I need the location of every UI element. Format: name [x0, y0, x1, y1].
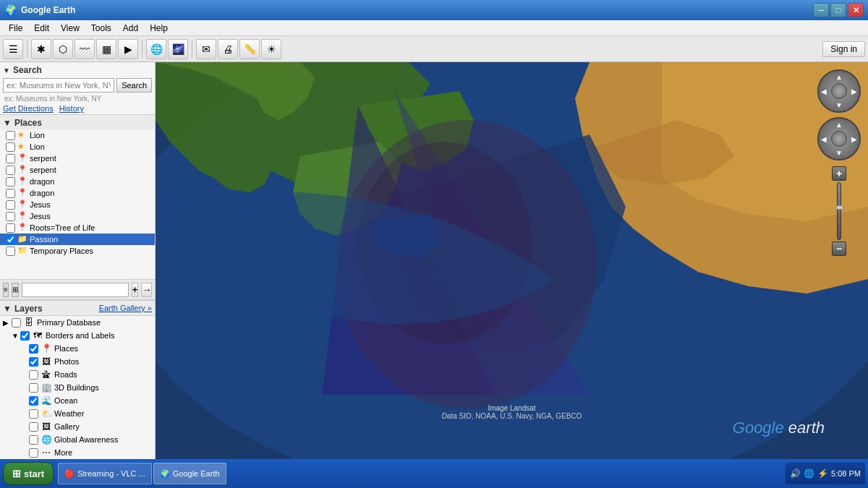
toolbar-earth-btn[interactable]: 🌐	[146, 39, 166, 59]
search-button[interactable]: Search	[116, 78, 152, 93]
nav-controls: ▲ ▼ ◀ ▶ ▲ ▼ ◀ ▶ +	[817, 69, 861, 256]
toolbar-path-btn[interactable]: 〰	[75, 39, 95, 59]
menu-edit[interactable]: Edit	[28, 22, 55, 35]
place-item-jesus-1[interactable]: 📍 Jesus	[0, 199, 155, 210]
layer-item-gallery[interactable]: 🖼 Gallery	[0, 420, 155, 433]
layer-checkbox-borders[interactable]	[20, 331, 30, 341]
pan-up-icon: ▲	[835, 121, 843, 129]
place-item-lion-1[interactable]: ★ Lion	[0, 129, 155, 141]
places-add-button[interactable]: +	[132, 283, 139, 297]
place-item-dragon-2[interactable]: 📍 dragon	[0, 187, 155, 199]
layer-label-primary-db: Primary Database	[37, 318, 101, 327]
places-remove-button[interactable]: →	[141, 283, 152, 297]
layer-checkbox-photos[interactable]	[29, 357, 38, 367]
layer-checkbox-3d[interactable]	[29, 383, 38, 393]
layer-checkbox-ocean[interactable]	[29, 396, 38, 406]
layer-item-roads[interactable]: 🛣 Roads	[0, 368, 155, 381]
close-button[interactable]: ✕	[848, 3, 864, 17]
toolbar-email-btn[interactable]: ✉	[196, 39, 216, 59]
layers-label: Layers	[14, 304, 43, 314]
toolbar-polygon-btn[interactable]: ⬡	[53, 39, 73, 59]
place-checkbox-jesus-2[interactable]	[6, 212, 15, 221]
layer-checkbox-roads[interactable]	[29, 370, 38, 380]
view-btn-icon[interactable]: ⊞	[12, 283, 19, 297]
menu-file[interactable]: File	[3, 22, 28, 35]
place-item-serpent-2[interactable]: 📍 serpent	[0, 164, 155, 176]
place-item-serpent-1[interactable]: 📍 serpent	[0, 153, 155, 164]
toolbar-print-btn[interactable]: 🖨	[218, 39, 238, 59]
places-search-input[interactable]	[22, 283, 129, 297]
zoom-slider[interactable]	[837, 182, 841, 240]
menu-help[interactable]: Help	[144, 22, 174, 35]
place-item-lion-2[interactable]: ★ Lion	[0, 141, 155, 153]
place-checkbox-lion-2[interactable]	[6, 142, 15, 152]
search-input[interactable]	[3, 78, 114, 93]
layer-item-photos[interactable]: 🖼 Photos	[0, 355, 155, 368]
start-button[interactable]: ⊞ start	[3, 462, 54, 485]
place-item-temp[interactable]: 📁 Temporary Places	[0, 245, 155, 257]
taskbar-vlc[interactable]: 🔴 Streaming - VLC ...	[58, 463, 152, 484]
place-checkbox-serpent-1[interactable]	[6, 154, 15, 163]
menu-add[interactable]: Add	[117, 22, 144, 35]
history-link[interactable]: History	[59, 104, 84, 113]
place-item-roots[interactable]: 📍 Roots=Tree of Life	[0, 222, 155, 234]
taskbar-google-earth[interactable]: 🌍 Google Earth	[153, 463, 226, 484]
sign-in-button[interactable]: Sign in	[822, 41, 865, 57]
place-item-passion[interactable]: 📁 Passion	[0, 234, 155, 245]
layer-checkbox-more[interactable]	[29, 448, 38, 458]
place-checkbox-dragon-2[interactable]	[6, 189, 15, 198]
toolbar-sky-btn[interactable]: 🌌	[168, 39, 188, 59]
search-header[interactable]: ▼ Search	[3, 65, 152, 75]
left-panel: ▼ Search Search ex: Museums in New York,…	[0, 62, 156, 459]
layer-item-global-awareness[interactable]: 🌐 Global Awareness	[0, 433, 155, 446]
place-checkbox-temp[interactable]	[6, 247, 15, 256]
get-directions-link[interactable]: Get Directions	[3, 104, 54, 113]
view-btn-list[interactable]: ≡	[3, 283, 9, 297]
layer-checkbox-places[interactable]	[29, 344, 38, 354]
layer-item-more[interactable]: ⋯ More	[0, 446, 155, 459]
place-checkbox-lion-1[interactable]	[6, 131, 15, 140]
menu-view[interactable]: View	[55, 22, 85, 35]
layer-item-primary-db[interactable]: ▶ 🗄 Primary Database	[0, 316, 155, 329]
zoom-thumb[interactable]	[836, 205, 843, 210]
pan-ring[interactable]: ▲ ▼ ◀ ▶	[817, 117, 861, 160]
place-checkbox-dragon-1[interactable]	[6, 177, 15, 187]
orbit-ring[interactable]: ▲ ▼ ◀ ▶	[817, 69, 861, 113]
places-header[interactable]: ▼ Places	[0, 115, 155, 129]
layer-checkbox-primary-db[interactable]	[12, 318, 21, 328]
place-checkbox-serpent-2[interactable]	[6, 166, 15, 175]
places-toolbar: ≡ ⊞ + →	[0, 280, 155, 300]
place-checkbox-jesus-1[interactable]	[6, 200, 15, 210]
minimize-button[interactable]: ─	[813, 3, 829, 17]
earth-gallery-button[interactable]: Earth Gallery »	[96, 302, 155, 314]
map-background: Image Landsat Data SIO, NOAA, U.S. Navy,…	[156, 62, 868, 459]
layer-item-ocean[interactable]: 🌊 Ocean	[0, 394, 155, 407]
toolbar-sidebar-btn[interactable]: ☰	[3, 39, 23, 59]
toolbar-placemark-btn[interactable]: ✱	[31, 39, 51, 59]
layer-expand-borders[interactable]: ▼	[12, 332, 20, 340]
place-checkbox-roots[interactable]	[6, 223, 15, 233]
layer-item-places[interactable]: 📍 Places	[0, 342, 155, 355]
layer-item-weather[interactable]: ⛅ Weather	[0, 407, 155, 420]
map-area[interactable]: Image Landsat Data SIO, NOAA, U.S. Navy,…	[156, 62, 868, 459]
toolbar-image-overlay-btn[interactable]: ▦	[96, 39, 116, 59]
toolbar-measure-btn[interactable]: 📏	[239, 39, 260, 59]
place-item-jesus-2[interactable]: 📍 Jesus	[0, 210, 155, 222]
layer-item-3d-buildings[interactable]: 🏢 3D Buildings	[0, 381, 155, 394]
zoom-in-button[interactable]: +	[832, 166, 846, 181]
layer-checkbox-global[interactable]	[29, 435, 38, 445]
menu-tools[interactable]: Tools	[85, 22, 117, 35]
place-item-dragon-1[interactable]: 📍 dragon	[0, 176, 155, 187]
layers-header[interactable]: ▼ Layers	[0, 301, 96, 315]
maximize-button[interactable]: □	[830, 3, 846, 17]
zoom-out-button[interactable]: −	[832, 241, 846, 256]
layers-section: ▼ Layers Earth Gallery » ▶ 🗄 Primary Dat…	[0, 300, 155, 459]
layer-expand-primary[interactable]: ▶	[3, 319, 12, 327]
toolbar-sunlight-btn[interactable]: ☀	[261, 39, 281, 59]
layer-item-borders[interactable]: ▼ 🗺 Borders and Labels	[0, 329, 155, 342]
place-checkbox-passion[interactable]	[6, 235, 15, 244]
place-pin-icon-5: 📍	[17, 200, 27, 210]
layer-checkbox-weather[interactable]	[29, 409, 38, 419]
toolbar-tour-btn[interactable]: ▶	[118, 39, 138, 59]
layer-checkbox-gallery[interactable]	[29, 422, 38, 432]
